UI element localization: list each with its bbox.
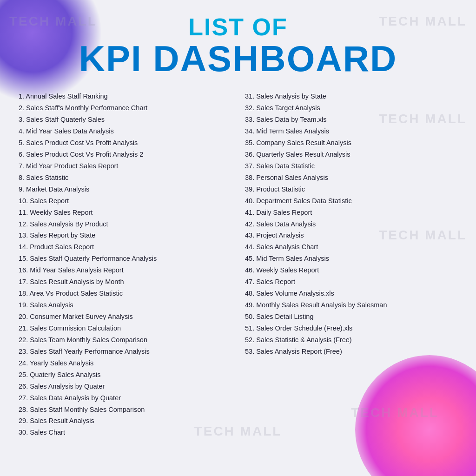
list-item: 3. Sales Staff Quaterly Sales [19,114,231,126]
list-item: 47. Sales Report [245,276,457,288]
list-item: 15. Sales Staff Quaterly Performance Ana… [19,253,231,264]
list-item: 32. Sales Target Analysis [245,102,457,114]
page-header: LIST OF KPI DASHBOARD [19,14,457,77]
list-item: 20. Consumer Market Survey Analysis [19,311,231,323]
list-item: 41. Daily Sales Report [245,207,457,218]
list-item: 22. Sales Team Monthly Sales Comparison [19,334,231,346]
list-item: 37. Sales Data Statistic [245,160,457,172]
list-item: 7. Mid Year Product Sales Report [19,160,231,172]
list-item: 28. Sales Staff Monthly Sales Comparison [19,404,231,416]
list-item: 48. Sales Volume Analysis.xls [245,288,457,299]
list-item: 52. Sales Statistic & Analysis (Free) [245,334,457,346]
list-item: 16. Mid Year Sales Analysis Report [19,264,231,276]
column-right: 31. Sales Analysis by State32. Sales Tar… [245,91,457,438]
content-columns: 1. Annual Sales Staff Ranking2. Sales St… [19,91,457,438]
list-item: 50. Sales Detail Listing [245,311,457,323]
list-item: 25. Quaterly Sales Analysis [19,369,231,381]
list-item: 11. Weekly Sales Report [19,207,231,218]
list-item: 51. Sales Order Schedule (Free).xls [245,323,457,334]
list-item: 10. Sales Report [19,195,231,207]
list-item: 19. Sales Analysis [19,299,231,311]
list-item: 34. Mid Term Sales Analysis [245,126,457,137]
list-item: 24. Yearly Sales Analysis [19,357,231,369]
list-item: 30. Sales Chart [19,427,231,438]
list-item: 12. Sales Analysis By Product [19,218,231,230]
list-item: 21. Sales Commission Calculation [19,323,231,334]
list-item: 43. Project Analysis [245,230,457,241]
list-item: 14. Product Sales Report [19,241,231,253]
list-item: 29. Sales Result Analysis [19,415,231,427]
list-item: 42. Sales Data Analysis [245,218,457,230]
list-item: 13. Sales Report by State [19,230,231,241]
list-item: 26. Sales Analysis by Quater [19,381,231,392]
list-item: 44. Sales Analysis Chart [245,241,457,253]
list-item: 5. Sales Product Cost Vs Profit Analysis [19,137,231,149]
list-item: 40. Department Sales Data Statistic [245,195,457,207]
list-item: 9. Market Data Analysis [19,184,231,195]
list-item: 18. Area Vs Product Sales Statistic [19,288,231,299]
list-item: 6. Sales Product Cost Vs Profit Analysis… [19,149,231,160]
list-item: 8. Sales Statistic [19,172,231,184]
list-item: 23. Sales Staff Yearly Performance Analy… [19,346,231,357]
list-item: 46. Weekly Sales Report [245,264,457,276]
list-item: 4. Mid Year Sales Data Analysis [19,126,231,137]
list-item: 35. Company Sales Result Analysis [245,137,457,149]
list-item: 38. Personal Sales Analysis [245,172,457,184]
list-item: 1. Annual Sales Staff Ranking [19,91,231,102]
column-left: 1. Annual Sales Staff Ranking2. Sales St… [19,91,231,438]
list-item: 27. Sales Data Analysis by Quater [19,392,231,404]
list-item: 53. Sales Analysis Report (Free) [245,346,457,357]
list-item: 49. Monthly Sales Result Analysis by Sal… [245,299,457,311]
title-line1: LIST OF [19,14,457,40]
list-item: 2. Sales Staff's Monthly Performance Cha… [19,102,231,114]
list-item: 36. Quarterly Sales Result Analysis [245,149,457,160]
list-item: 39. Product Statistic [245,184,457,195]
list-item: 33. Sales Data by Team.xls [245,114,457,126]
list-item: 17. Sales Result Analysis by Month [19,276,231,288]
list-item: 45. Mid Term Sales Analysis [245,253,457,264]
list-item: 31. Sales Analysis by State [245,91,457,102]
title-line2: KPI DASHBOARD [19,40,457,77]
